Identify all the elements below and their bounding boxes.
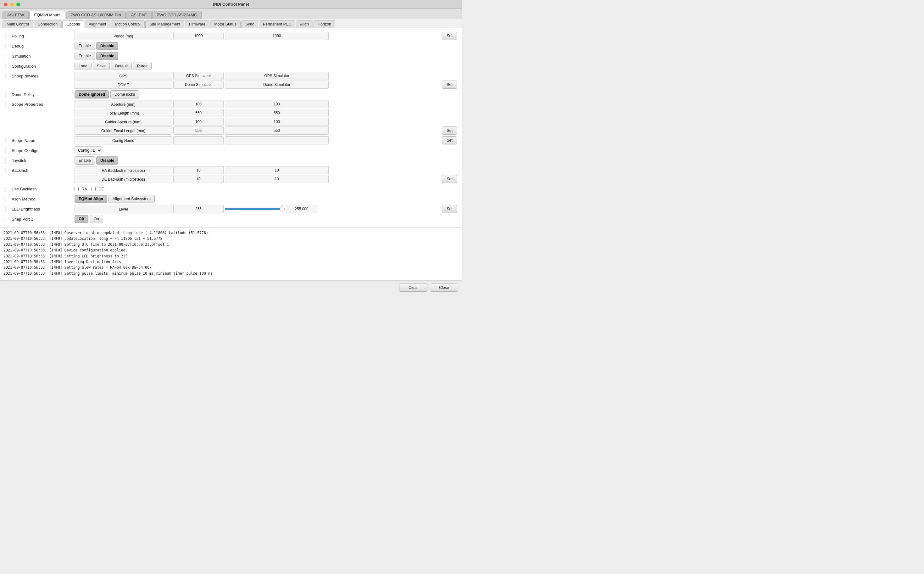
scope-focal-val1[interactable] <box>173 109 224 117</box>
backlash-set-cell2: Set <box>435 175 457 183</box>
scope-name-set-button[interactable]: Set <box>442 136 457 144</box>
tab-permanent-pec[interactable]: Permanent PEC <box>259 20 295 28</box>
align-method-indicator <box>5 196 5 202</box>
config-save-button[interactable]: Save <box>93 62 110 70</box>
snap-port-indicator <box>5 216 5 222</box>
minimize-button[interactable] <box>10 3 14 6</box>
scope-props-row2: Focal Length (mm) <box>5 109 457 117</box>
tab-motor-status[interactable]: Motor Status <box>210 20 240 28</box>
scope-name-row: Scope Name Config Name Set <box>5 136 457 145</box>
backlash-row1: Backlash RA Backlash (microsteps) <box>5 166 457 175</box>
joystick-row: Joystick Enable Disable <box>5 156 457 165</box>
snoop-gps-value2[interactable] <box>225 72 328 80</box>
align-subsystem-button[interactable]: Alignment Subsystem <box>108 195 155 203</box>
scope-guider-aperture-label: Guider Aperture (mm) <box>75 118 172 126</box>
maximize-button[interactable] <box>16 3 20 6</box>
tab-site-management[interactable]: Site Management <box>145 20 184 28</box>
sub-tab-bar: Main Control Connection Options Alignmen… <box>0 19 462 28</box>
use-backlash-label: Use Backlash <box>12 187 75 191</box>
led-slider[interactable] <box>225 208 284 210</box>
tab-align[interactable]: Align <box>296 20 313 28</box>
tab-asi-eaf[interactable]: ASI EAF <box>126 11 152 19</box>
config-load-button[interactable]: Load <box>75 62 91 70</box>
config-default-button[interactable]: Default <box>111 62 132 70</box>
dome-ignored-button[interactable]: Dome ignored <box>75 90 109 98</box>
close-panel-button[interactable]: Close <box>430 284 458 292</box>
led-num-value[interactable] <box>286 205 317 213</box>
tab-motion-control[interactable]: Motion Control <box>111 20 145 28</box>
scope-set-cell4: Set <box>435 126 457 135</box>
scope-aperture-fields: Aperture (mm) <box>75 100 435 108</box>
log-area: 2021-09-07T10:56:33: [INFO] Observer loc… <box>0 228 462 281</box>
scope-aperture-val2[interactable] <box>225 100 328 108</box>
log-line-7: 2021-09-07T10:56:33: [INFO] Setting Slew… <box>3 265 459 270</box>
backlash-ra-val1[interactable] <box>173 166 224 174</box>
dome-type-label: DOME <box>75 80 172 89</box>
backlash-ra-val2[interactable] <box>225 166 328 174</box>
dome-policy-indicator <box>5 92 5 97</box>
backlash-de-val1[interactable] <box>173 175 224 183</box>
scope-configs-select[interactable]: Config #1 <box>75 146 102 155</box>
scope-name-val1[interactable] <box>173 136 224 144</box>
polling-value2[interactable] <box>225 32 328 40</box>
snoop-gps-value1[interactable] <box>173 72 224 80</box>
tab-options[interactable]: Options <box>62 20 84 28</box>
scope-props-row3: Guider Aperture (mm) <box>5 117 457 126</box>
tab-horizon[interactable]: Horizon <box>314 20 335 28</box>
snoop-row2: DOME Set <box>5 80 457 89</box>
configuration-indicator <box>5 63 5 69</box>
tab-main-control[interactable]: Main Control <box>3 20 33 28</box>
dome-locks-button[interactable]: Dome locks <box>110 90 139 98</box>
backlash-de-val2[interactable] <box>225 175 328 183</box>
tab-eqmod-mount[interactable]: EQMod Mount <box>29 11 65 19</box>
debug-disable-button[interactable]: Disable <box>96 42 118 50</box>
scope-name-label: Scope Name <box>12 138 75 143</box>
dome-policy-row: Dome Policy Dome ignored Dome locks <box>5 90 457 99</box>
use-backlash-de-checkbox[interactable] <box>91 187 96 191</box>
scope-aperture-val1[interactable] <box>173 100 224 108</box>
polling-value1[interactable] <box>173 32 224 40</box>
tab-firmware[interactable]: Firmware <box>185 20 209 28</box>
use-backlash-ra-checkbox[interactable] <box>75 187 79 191</box>
simulation-indicator <box>5 54 5 59</box>
simulation-disable-button[interactable]: Disable <box>96 52 118 60</box>
snoop-dome-value1[interactable] <box>173 80 224 89</box>
scope-configs-row: Scope Configs Config #1 <box>5 146 457 155</box>
backlash-set-button[interactable]: Set <box>442 175 457 183</box>
scope-guider-aperture-val1[interactable] <box>173 118 224 126</box>
configuration-row: Configuration Load Save Default Purge <box>5 62 457 71</box>
eqmod-align-button[interactable]: EQMod Align <box>75 195 107 203</box>
tab-alignment[interactable]: Alignment <box>85 20 110 28</box>
scope-guider-aperture-val2[interactable] <box>225 118 328 126</box>
clear-button[interactable]: Clear <box>399 284 427 292</box>
joystick-disable-button[interactable]: Disable <box>96 156 118 165</box>
led-value[interactable] <box>173 205 224 213</box>
snoop-label: Snoop devices <box>12 74 75 78</box>
snap-off-button[interactable]: Off <box>75 215 88 223</box>
close-button[interactable] <box>4 3 8 6</box>
tab-asi-efw[interactable]: ASI EFW <box>3 11 28 19</box>
snap-on-button[interactable]: On <box>90 215 103 223</box>
tab-sync[interactable]: Sync <box>241 20 258 28</box>
led-level-label: Level <box>75 205 172 213</box>
scope-props-row4: Guider Focal Length (mm) Set <box>5 126 457 135</box>
snoop-set-button2[interactable]: Set <box>442 80 457 89</box>
use-backlash-fields: RA DE <box>75 187 457 191</box>
debug-enable-button[interactable]: Enable <box>75 42 95 50</box>
tab-connection[interactable]: Connection <box>34 20 62 28</box>
tab-zwo-asi1600[interactable]: ZWO CCD ASI1600MM Pro <box>66 11 126 19</box>
joystick-enable-button[interactable]: Enable <box>75 156 95 165</box>
snoop-dome-value2[interactable] <box>225 80 328 89</box>
scope-guider-focal-val2[interactable] <box>225 126 328 135</box>
config-purge-button[interactable]: Purge <box>133 62 152 70</box>
simulation-enable-button[interactable]: Enable <box>75 52 95 60</box>
scope-name-val2[interactable] <box>225 136 328 144</box>
joystick-fields: Enable Disable <box>75 156 457 165</box>
polling-set-button[interactable]: Set <box>442 32 457 40</box>
led-set-button[interactable]: Set <box>442 205 457 213</box>
scope-guider-focal-val1[interactable] <box>173 126 224 135</box>
led-brightness-row: LED Brightness Level Set <box>5 204 457 214</box>
tab-zwo-asi224[interactable]: ZWO CCD ASI224MC <box>152 11 202 19</box>
scope-set-button2[interactable]: Set <box>442 126 457 135</box>
scope-focal-val2[interactable] <box>225 109 328 117</box>
